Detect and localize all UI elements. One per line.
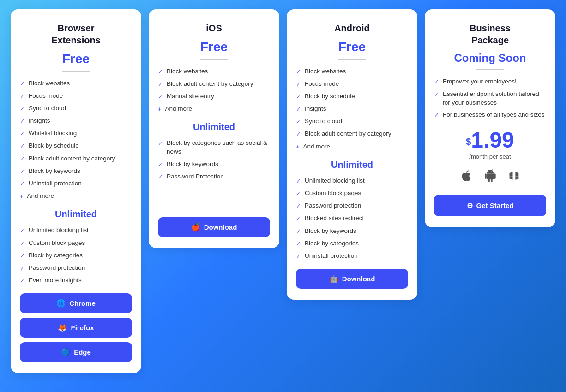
list-item: ✓Insights — [296, 105, 408, 113]
plus-icon: + — [296, 143, 300, 151]
list-item: ✓Block by categories — [20, 251, 132, 260]
check-icon: ✓ — [158, 173, 163, 181]
list-item: ✓Password protection — [296, 202, 408, 210]
list-item: +And more — [20, 192, 132, 201]
android-download-label: Download — [342, 275, 375, 283]
edge-button[interactable]: 🔵 Edge — [20, 342, 132, 362]
divider — [476, 69, 504, 70]
check-icon: ✓ — [434, 78, 439, 86]
list-item: ✓Uninstall protection — [20, 179, 132, 188]
list-item: ✓For businesses of all types and sizes — [434, 111, 546, 119]
check-icon: ✓ — [296, 105, 301, 113]
list-item: ✓Block adult content by category — [158, 80, 270, 89]
platform-icons — [434, 169, 546, 185]
list-item: ✓Blocked sites redirect — [296, 214, 408, 223]
android-platform-icon — [484, 169, 497, 185]
check-icon: ✓ — [158, 80, 163, 89]
plus-icon: + — [20, 192, 24, 201]
price-period: /month per seat — [434, 153, 546, 160]
check-icon: ✓ — [296, 202, 301, 210]
list-item: ✓Unlimited blocking list — [296, 177, 408, 185]
check-icon: ✓ — [20, 130, 25, 138]
chrome-icon: 🌐 — [56, 299, 66, 308]
android-free-features: ✓Block websites ✓Focus mode ✓Block by sc… — [296, 67, 408, 151]
ios-free-features: ✓Block websites ✓Block adult content by … — [158, 67, 270, 114]
business-price-block: $1.99 /month per seat — [434, 129, 546, 160]
browser-extensions-card: BrowserExtensions Free ✓Block websites ✓… — [11, 9, 141, 373]
check-icon: ✓ — [158, 139, 163, 148]
check-icon: ✓ — [296, 240, 301, 248]
list-item: ✓Insights — [20, 117, 132, 125]
list-item: ✓Block websites — [158, 67, 270, 76]
business-features-list: ✓Empower your employees! ✓Essential endp… — [434, 77, 546, 120]
android-icon: 🤖 — [329, 274, 338, 283]
apple-platform-icon — [460, 169, 473, 185]
android-download-button[interactable]: 🤖 Download — [296, 269, 408, 289]
edge-icon: 🔵 — [61, 348, 70, 356]
check-icon: ✓ — [296, 80, 301, 89]
browser-extensions-unlimited-label: Unlimited — [20, 209, 132, 220]
firefox-label: Firefox — [71, 324, 94, 332]
coming-soon-label: Coming Soon — [434, 52, 546, 65]
firefox-button[interactable]: 🦊 Firefox — [20, 318, 132, 338]
list-item: ✓Block by schedule — [296, 92, 408, 101]
list-item: ✓Whitelist blocking — [20, 129, 132, 138]
check-icon: ✓ — [20, 117, 25, 125]
get-started-icon: ⊕ — [467, 201, 473, 210]
apple-icon: 🍎 — [191, 223, 200, 232]
android-unlimited-features: ✓Unlimited blocking list ✓Custom block p… — [296, 177, 408, 261]
divider — [62, 71, 90, 72]
list-item: ✓Empower your employees! — [434, 77, 546, 86]
ios-unlimited-features: ✓Block by categories such as social & ne… — [158, 139, 270, 181]
check-icon: ✓ — [434, 111, 439, 119]
check-icon: ✓ — [20, 239, 25, 248]
windows-platform-icon — [508, 169, 521, 185]
list-item: ✓Block by keywords — [158, 160, 270, 169]
chrome-button[interactable]: 🌐 Chrome — [20, 293, 132, 313]
list-item: ✓Custom block pages — [296, 189, 408, 198]
business-title: BusinessPackage — [434, 22, 546, 46]
check-icon: ✓ — [296, 227, 301, 236]
check-icon: ✓ — [434, 90, 439, 99]
firefox-icon: 🦊 — [58, 323, 67, 332]
list-item: ✓Sync to cloud — [20, 104, 132, 113]
list-item: ✓Sync to cloud — [296, 117, 408, 126]
list-item: ✓Password Protection — [158, 172, 270, 181]
check-icon: ✓ — [296, 93, 301, 101]
list-item: ✓Focus mode — [296, 80, 408, 89]
ios-card: iOS Free ✓Block websites ✓Block adult co… — [149, 9, 279, 248]
check-icon: ✓ — [20, 105, 25, 113]
android-title: Android — [296, 22, 408, 34]
list-item: ✓Block by keywords — [20, 167, 132, 176]
list-item: ✓Block websites — [296, 67, 408, 76]
check-icon: ✓ — [158, 160, 163, 169]
android-free-label: Free — [296, 40, 408, 54]
list-item: +And more — [158, 105, 270, 113]
check-icon: ✓ — [20, 277, 25, 285]
check-icon: ✓ — [20, 92, 25, 101]
list-item: ✓Password protection — [20, 264, 132, 273]
check-icon: ✓ — [296, 190, 301, 198]
list-item: ✓Block by keywords — [296, 227, 408, 236]
check-icon: ✓ — [20, 226, 25, 235]
list-item: ✓Block by categories — [296, 239, 408, 248]
list-item: ✓Manual site entry — [158, 92, 270, 101]
check-icon: ✓ — [20, 142, 25, 150]
price-dollar-sign: $ — [466, 136, 471, 146]
chrome-label: Chrome — [69, 299, 96, 307]
business-card: BusinessPackage Coming Soon ✓Empower you… — [425, 9, 555, 227]
get-started-button[interactable]: ⊕ Get Started — [434, 195, 546, 216]
browser-extensions-unlimited-features: ✓Unlimited blocking list ✓Custom block p… — [20, 226, 132, 285]
check-icon: ✓ — [20, 180, 25, 188]
list-item: ✓Block websites — [20, 79, 132, 88]
list-item: ✓Block adult content by category — [20, 154, 132, 163]
list-item: ✓Block adult content by category — [296, 130, 408, 138]
ios-download-button[interactable]: 🍎 Download — [158, 217, 270, 237]
list-item: ✓Essential endpoint solution tailored fo… — [434, 90, 546, 107]
list-item: ✓Even more insights — [20, 276, 132, 285]
check-icon: ✓ — [158, 68, 163, 76]
check-icon: ✓ — [296, 118, 301, 126]
list-item: ✓Block by categories such as social & ne… — [158, 139, 270, 156]
divider — [200, 59, 228, 60]
check-icon: ✓ — [296, 68, 301, 76]
